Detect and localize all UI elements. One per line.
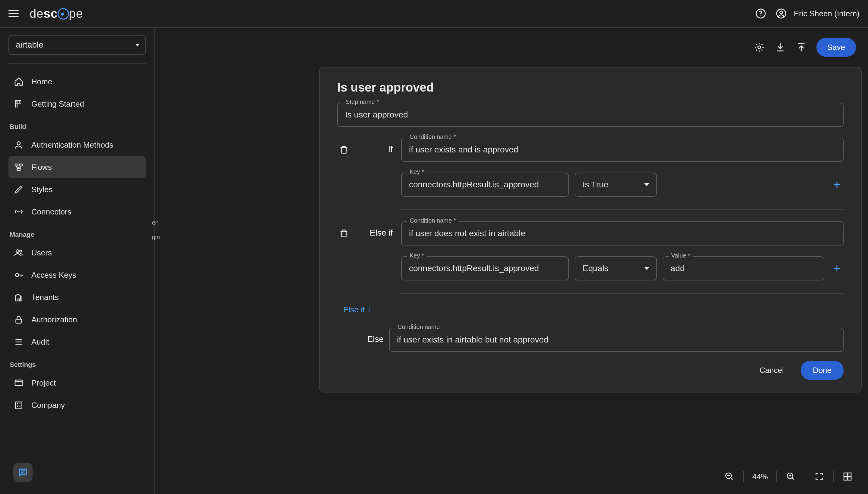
sidebar-item-getting-started[interactable]: Getting Started xyxy=(8,93,146,115)
if-operator-value: Is True xyxy=(583,180,609,189)
elseif-branch-label: Else if xyxy=(359,228,393,238)
svg-point-9 xyxy=(20,250,22,252)
user-name-label[interactable]: Eric Sheen (Intern) xyxy=(794,9,860,18)
svg-point-1 xyxy=(760,15,761,16)
elseif-key-label: Key * xyxy=(407,252,426,259)
elseif-value-label: Value * xyxy=(669,252,692,259)
delete-if-branch-icon[interactable] xyxy=(337,143,351,156)
if-key-label: Key * xyxy=(407,168,426,175)
sidebar-item-auth-methods[interactable]: Authentication Methods xyxy=(8,134,146,156)
settings-gear-icon[interactable] xyxy=(753,41,765,53)
support-chat-icon[interactable] xyxy=(13,463,33,482)
logo-part-de: de xyxy=(30,7,44,20)
section-manage-label: Manage xyxy=(8,231,146,239)
project-select[interactable]: airtable xyxy=(8,35,146,55)
cancel-button[interactable]: Cancel xyxy=(752,361,792,380)
logo-part-sc: sc xyxy=(44,7,58,20)
if-key-input[interactable] xyxy=(401,173,569,197)
delete-elseif-branch-icon[interactable] xyxy=(337,227,351,240)
elseif-operator-value: Equals xyxy=(583,264,609,273)
logo-part-pe: pe xyxy=(69,7,83,20)
done-button[interactable]: Done xyxy=(801,361,844,380)
help-icon[interactable] xyxy=(755,7,767,20)
minimap-toggle-icon[interactable] xyxy=(842,471,853,482)
if-operator-select[interactable]: Is True xyxy=(575,173,657,197)
svg-rect-18 xyxy=(844,473,847,476)
else-cond-name-input[interactable] xyxy=(389,328,844,352)
elseif-value-input[interactable] xyxy=(663,256,824,281)
sidebar: airtable Home Getting Started Build Auth… xyxy=(0,28,155,494)
svg-point-14 xyxy=(758,46,760,49)
sidebar-item-access-keys[interactable]: Access Keys xyxy=(8,264,146,286)
zoom-out-icon[interactable] xyxy=(724,471,735,482)
svg-rect-13 xyxy=(15,402,22,409)
logo-target-icon xyxy=(58,8,69,20)
upload-icon[interactable] xyxy=(795,41,808,53)
sidebar-item-project[interactable]: Project xyxy=(8,372,146,394)
svg-point-8 xyxy=(16,250,19,252)
sidebar-item-home[interactable]: Home xyxy=(8,71,146,93)
download-icon[interactable] xyxy=(774,41,786,53)
section-build-label: Build xyxy=(8,123,146,131)
svg-point-3 xyxy=(780,11,782,14)
menu-hamburger-icon[interactable] xyxy=(8,10,19,17)
sidebar-item-company[interactable]: Company xyxy=(8,394,146,416)
elseif-operator-select[interactable]: Equals xyxy=(575,256,657,281)
svg-rect-21 xyxy=(848,477,851,480)
if-add-condition-icon[interactable]: + xyxy=(830,178,844,191)
sidebar-item-label: Users xyxy=(31,248,52,258)
save-button[interactable]: Save xyxy=(816,38,856,57)
sidebar-item-users[interactable]: Users xyxy=(8,242,146,264)
done-button-label: Done xyxy=(813,366,832,375)
zoom-controls: 44% xyxy=(724,471,853,482)
svg-rect-20 xyxy=(844,477,847,480)
svg-rect-19 xyxy=(848,473,851,476)
if-branch-label: If xyxy=(359,144,393,154)
canvas-node-fragment-1: en xyxy=(152,219,159,226)
svg-rect-5 xyxy=(15,164,18,166)
sidebar-item-label: Flows xyxy=(31,163,52,172)
if-cond-name-label: Condition name * xyxy=(407,133,458,140)
zoom-percent-label: 44% xyxy=(752,472,768,481)
else-branch-label: Else xyxy=(359,334,384,344)
sidebar-item-authorization[interactable]: Authorization xyxy=(8,308,146,331)
topbar: descpe Eric Sheen (Intern) xyxy=(0,0,868,28)
sidebar-item-label: Access Keys xyxy=(31,270,76,280)
user-avatar-icon[interactable] xyxy=(775,7,787,20)
condition-editor-modal: Is user approved Step name * If Conditio… xyxy=(319,67,862,393)
svg-rect-7 xyxy=(17,168,20,170)
if-cond-name-input[interactable] xyxy=(401,138,844,162)
zoom-in-icon[interactable] xyxy=(786,471,796,482)
elseif-key-input[interactable] xyxy=(401,256,569,281)
sidebar-item-styles[interactable]: Styles xyxy=(8,178,146,201)
section-settings-label: Settings xyxy=(8,361,146,369)
add-elseif-button[interactable]: Else if + xyxy=(343,305,371,315)
sidebar-item-label: Authentication Methods xyxy=(31,140,113,150)
step-name-label: Step name * xyxy=(343,98,381,106)
sidebar-item-label: Connectors xyxy=(31,207,71,216)
canvas-node-fragment-2: gin xyxy=(152,234,160,241)
dropdown-triangle-icon xyxy=(644,267,649,270)
sidebar-item-flows[interactable]: Flows xyxy=(8,156,146,178)
canvas-toolbar: Save xyxy=(753,38,856,57)
sidebar-item-label: Getting Started xyxy=(31,99,84,109)
elseif-add-condition-icon[interactable]: + xyxy=(830,262,844,275)
cancel-button-label: Cancel xyxy=(759,366,784,375)
sidebar-item-connectors[interactable]: Connectors xyxy=(8,201,146,223)
svg-rect-6 xyxy=(20,164,22,166)
step-name-input[interactable] xyxy=(337,103,844,127)
fullscreen-icon[interactable] xyxy=(814,471,825,482)
sidebar-item-label: Project xyxy=(31,378,56,388)
sidebar-item-label: Audit xyxy=(31,337,49,347)
sidebar-item-tenants[interactable]: Tenants xyxy=(8,286,146,308)
elseif-cond-name-input[interactable] xyxy=(401,222,844,246)
sidebar-item-label: Tenants xyxy=(31,293,59,302)
else-cond-name-label: Condition name xyxy=(395,324,442,330)
save-button-label: Save xyxy=(827,43,845,52)
dropdown-triangle-icon xyxy=(644,183,649,186)
svg-rect-12 xyxy=(15,380,22,386)
chevron-down-icon xyxy=(135,44,140,46)
sidebar-item-audit[interactable]: Audit xyxy=(8,331,146,353)
project-select-value: airtable xyxy=(16,40,43,50)
sidebar-item-label: Authorization xyxy=(31,315,77,324)
